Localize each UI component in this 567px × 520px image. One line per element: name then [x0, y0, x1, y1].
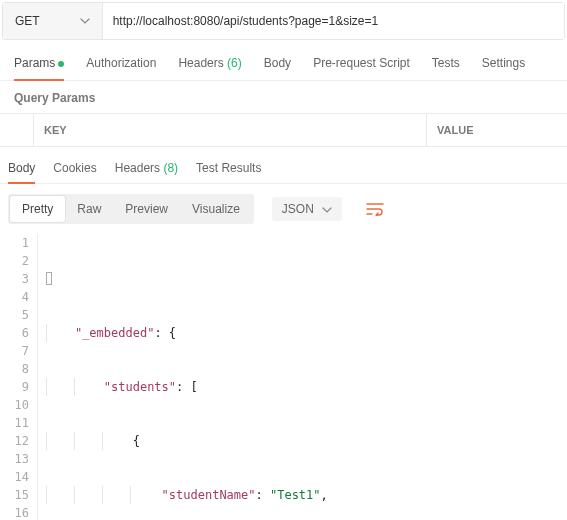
params-changed-dot [58, 61, 64, 67]
kv-header-key: KEY [34, 114, 427, 146]
tab-headers-label: Headers [178, 56, 223, 70]
tab-body[interactable]: Body [264, 56, 291, 80]
resp-headers-count: (8) [163, 161, 178, 175]
method-select[interactable]: GET [3, 3, 103, 39]
url-input[interactable] [103, 3, 564, 39]
tab-headers-count: (6) [227, 56, 242, 70]
view-raw-button[interactable]: Raw [65, 196, 113, 222]
kv-header-value: VALUE [427, 114, 567, 146]
line-gutter: 12345678 910111213141516 [0, 234, 38, 520]
code-content[interactable]: "_embedded": { "students": [ { "studentN… [38, 234, 567, 520]
lang-label: JSON [282, 202, 314, 216]
wrap-lines-button[interactable] [358, 196, 392, 222]
resp-tab-headers[interactable]: Headers (8) [115, 161, 178, 183]
resp-tab-tests[interactable]: Test Results [196, 161, 261, 183]
request-bar: GET [2, 2, 565, 40]
lang-select[interactable]: JSON [272, 197, 342, 221]
chevron-down-icon [80, 18, 90, 24]
request-tabs: Params Authorization Headers (6) Body Pr… [0, 40, 567, 81]
kv-header-row: KEY VALUE [0, 113, 567, 147]
caret [46, 272, 52, 285]
resp-tab-cookies[interactable]: Cookies [53, 161, 96, 183]
view-visualize-button[interactable]: Visualize [180, 196, 252, 222]
response-tabs: Body Cookies Headers (8) Test Results [0, 147, 567, 184]
tab-params[interactable]: Params [14, 56, 64, 80]
chevron-down-icon [322, 202, 332, 216]
query-params-header: Query Params [0, 81, 567, 113]
tab-params-label: Params [14, 56, 55, 70]
resp-tab-body[interactable]: Body [8, 161, 35, 183]
view-pretty-button[interactable]: Pretty [10, 196, 65, 222]
method-label: GET [15, 14, 40, 28]
tab-tests[interactable]: Tests [432, 56, 460, 80]
kv-header-spacer [0, 114, 34, 146]
view-mode-group: Pretty Raw Preview Visualize [8, 194, 254, 224]
tab-settings[interactable]: Settings [482, 56, 525, 80]
view-preview-button[interactable]: Preview [113, 196, 180, 222]
viewer-toolbar: Pretty Raw Preview Visualize JSON [0, 184, 567, 234]
resp-headers-label: Headers [115, 161, 160, 175]
tab-headers[interactable]: Headers (6) [178, 56, 241, 80]
tab-authorization[interactable]: Authorization [86, 56, 156, 80]
tab-prerequest[interactable]: Pre-request Script [313, 56, 410, 80]
response-body: 12345678 910111213141516 "_embedded": { … [0, 234, 567, 520]
